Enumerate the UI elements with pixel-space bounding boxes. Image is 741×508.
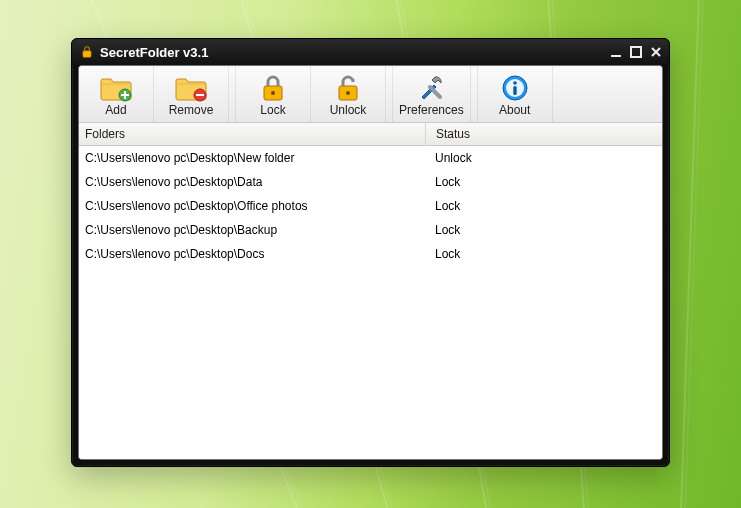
svg-point-8 — [346, 91, 350, 95]
column-header-status[interactable]: Status — [426, 123, 662, 145]
preferences-button[interactable]: Preferences — [393, 66, 471, 122]
add-button[interactable]: Add — [79, 66, 154, 122]
table-row[interactable]: C:\Users\lenovo pc\Desktop\BackupLock — [79, 218, 662, 242]
folder-path-cell: C:\Users\lenovo pc\Desktop\Backup — [79, 223, 425, 237]
svg-point-11 — [513, 81, 517, 85]
table-row[interactable]: C:\Users\lenovo pc\Desktop\DocsLock — [79, 242, 662, 266]
unlock-label: Unlock — [330, 103, 367, 117]
status-cell: Unlock — [425, 151, 662, 165]
status-cell: Lock — [425, 175, 662, 189]
status-cell: Lock — [425, 247, 662, 261]
column-header-status-label: Status — [436, 127, 470, 141]
folder-add-icon — [99, 73, 133, 103]
svg-rect-0 — [83, 51, 91, 57]
toolbar: Add Remove — [79, 66, 662, 123]
folder-list: C:\Users\lenovo pc\Desktop\New folderUnl… — [79, 146, 662, 459]
folder-path-cell: C:\Users\lenovo pc\Desktop\New folder — [79, 151, 425, 165]
table-row[interactable]: C:\Users\lenovo pc\Desktop\Office photos… — [79, 194, 662, 218]
lock-label: Lock — [260, 103, 285, 117]
svg-rect-2 — [631, 47, 641, 57]
table-row[interactable]: C:\Users\lenovo pc\Desktop\New folderUnl… — [79, 146, 662, 170]
about-button[interactable]: About — [478, 66, 553, 122]
preferences-label: Preferences — [399, 103, 464, 117]
app-lock-icon — [80, 45, 94, 59]
remove-label: Remove — [169, 103, 214, 117]
remove-button[interactable]: Remove — [154, 66, 229, 122]
about-label: About — [499, 103, 530, 117]
info-icon — [498, 73, 532, 103]
table-row[interactable]: C:\Users\lenovo pc\Desktop\DataLock — [79, 170, 662, 194]
unlock-icon — [331, 73, 365, 103]
lock-icon — [256, 73, 290, 103]
column-header-folders[interactable]: Folders — [79, 123, 426, 145]
folder-path-cell: C:\Users\lenovo pc\Desktop\Office photos — [79, 199, 425, 213]
svg-point-6 — [271, 91, 275, 95]
folder-path-cell: C:\Users\lenovo pc\Desktop\Docs — [79, 247, 425, 261]
titlebar[interactable]: SecretFolder v3.1 — [72, 39, 669, 65]
add-label: Add — [105, 103, 126, 117]
app-window: SecretFolder v3.1 — [71, 38, 670, 467]
svg-rect-1 — [611, 55, 621, 57]
svg-rect-12 — [513, 86, 516, 95]
window-title: SecretFolder v3.1 — [100, 45, 208, 60]
tools-icon — [414, 73, 448, 103]
column-header-folders-label: Folders — [85, 127, 125, 141]
client-area: Add Remove — [78, 65, 663, 460]
status-cell: Lock — [425, 199, 662, 213]
unlock-button[interactable]: Unlock — [311, 66, 386, 122]
column-headers: Folders Status — [79, 123, 662, 146]
status-cell: Lock — [425, 223, 662, 237]
folder-path-cell: C:\Users\lenovo pc\Desktop\Data — [79, 175, 425, 189]
minimize-button[interactable] — [609, 45, 623, 59]
lock-button[interactable]: Lock — [236, 66, 311, 122]
folder-remove-icon — [174, 73, 208, 103]
maximize-button[interactable] — [629, 45, 643, 59]
close-button[interactable] — [649, 45, 663, 59]
